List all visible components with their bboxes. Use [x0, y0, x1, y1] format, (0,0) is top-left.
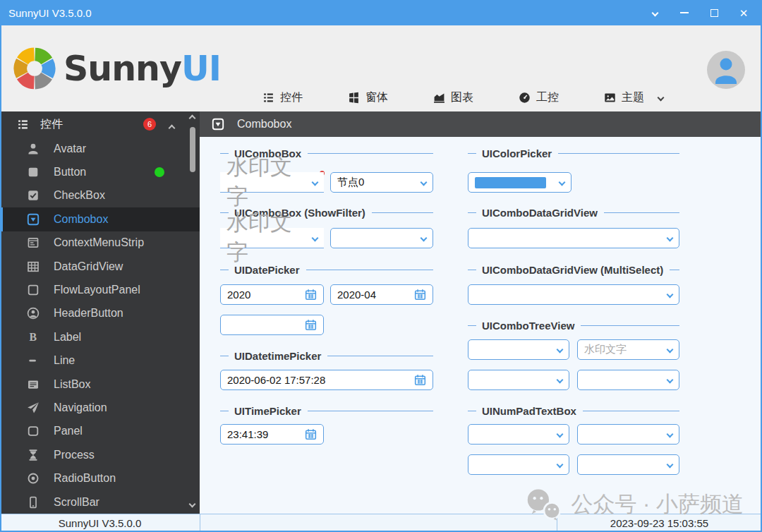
color-swatch: [475, 177, 546, 188]
combodatagridview-multiselect[interactable]: [468, 284, 679, 305]
nav-item-theme[interactable]: 主题: [604, 90, 644, 105]
sidebar-item-label: RadioButton: [54, 472, 116, 485]
gauge-icon: [519, 92, 531, 104]
scroll-up-icon[interactable]: [189, 115, 196, 122]
collapse-button[interactable]: [169, 121, 174, 133]
combotreeview-1[interactable]: [468, 339, 569, 360]
chevron-down-icon: [559, 179, 566, 186]
nav-item-charts[interactable]: 图表: [433, 90, 473, 105]
pinwheel-logo-icon: [11, 45, 58, 92]
section-title-uicombobox: UIComboBox: [220, 147, 433, 159]
checkbox-icon: [27, 189, 40, 202]
sidebar-item-label: Panel: [54, 425, 83, 437]
svg-text:B: B: [30, 331, 37, 343]
phone-icon: [27, 496, 40, 509]
sidebar-item-checkbox[interactable]: CheckBox: [0, 184, 200, 207]
sidebar-item-contextmenustrip[interactable]: ContextMenuStrip: [0, 231, 200, 255]
sidebar-item-datagridview[interactable]: DataGridView: [0, 255, 200, 278]
nav-label: 工控: [536, 90, 559, 105]
windows-icon: [348, 92, 360, 104]
titlebar-dropdown-button[interactable]: [645, 4, 665, 22]
chevron-down-icon: [557, 461, 564, 468]
logo-text: SunnyUI: [64, 49, 221, 89]
sidebar-item-line[interactable]: Line: [0, 349, 200, 373]
nav-item-controls[interactable]: 控件: [262, 90, 303, 105]
avatar[interactable]: [707, 51, 745, 89]
sidebar-item-radiobutton[interactable]: RadioButton: [0, 466, 200, 490]
calendar-icon: [414, 289, 426, 301]
image-icon: [604, 92, 616, 104]
sidebar-item-navigation[interactable]: Navigation: [0, 396, 200, 419]
statusbar-datetime: 2023-09-23 15:03:55: [557, 514, 762, 532]
sidebar-item-headerbutton[interactable]: HeaderButton: [0, 302, 200, 325]
menustrip-icon: [27, 236, 40, 249]
sidebar-item-flowlayoutpanel[interactable]: FlowLayoutPanel: [0, 278, 200, 301]
sidebar-item-label: HeaderButton: [54, 307, 123, 320]
user-circle-icon: [27, 307, 40, 320]
sidebar: 控件 6 AvatarButtonCheckBoxComboboxContext…: [0, 111, 200, 514]
sidebar-item-label[interactable]: BLabel: [0, 325, 200, 349]
date-value: 2020-04: [337, 289, 376, 301]
sidebar-item-panel[interactable]: Panel: [0, 420, 200, 443]
numpadtextbox-1[interactable]: [468, 424, 569, 445]
sidebar-item-process[interactable]: Process: [0, 443, 200, 466]
section-title-uidatepicker: UIDatePicker: [220, 263, 433, 276]
combobox-filter-empty[interactable]: [330, 228, 433, 248]
sidebar-item-avatar[interactable]: Avatar: [0, 137, 200, 160]
combotreeview-4[interactable]: [577, 370, 679, 390]
sidebar-item-combobox[interactable]: Combobox: [0, 207, 200, 231]
chevron-down-icon: [667, 346, 674, 353]
combo-value: 节点0: [337, 176, 364, 189]
titlebar[interactable]: SunnyUI V3.5.0.0 ✕: [0, 0, 762, 25]
chevron-down-icon[interactable]: [658, 95, 665, 102]
close-button[interactable]: ✕: [734, 4, 754, 22]
chevron-down-icon: [667, 461, 674, 468]
numpadtextbox-4[interactable]: [577, 454, 679, 475]
nav-item-industrial[interactable]: 工控: [519, 90, 559, 105]
minimize-button[interactable]: [675, 4, 694, 22]
sidebar-item-button[interactable]: Button: [0, 160, 200, 183]
close-icon: ✕: [739, 8, 749, 18]
combotreeview-watermark[interactable]: 水印文字: [577, 339, 679, 360]
section-title-uicombodatagridview-multiselect: UIComboDataGridView (MultiSelect): [468, 263, 679, 276]
numpadtextbox-3[interactable]: [468, 454, 569, 475]
datetimepicker[interactable]: 2020-06-02 17:57:28: [220, 370, 433, 390]
user-icon: [27, 143, 40, 155]
sidebar-item-listbox[interactable]: ListBox: [0, 373, 200, 396]
scrollbar-thumb[interactable]: [190, 127, 195, 172]
maximize-button[interactable]: [704, 4, 724, 22]
sidebar-header-label: 控件: [40, 117, 63, 132]
numpadtextbox-2[interactable]: [577, 424, 679, 445]
calendar-icon: [414, 374, 426, 386]
sidebar-scrollbar[interactable]: [186, 111, 199, 512]
window-title: SunnyUI V3.5.0.0: [8, 7, 92, 19]
sidebar-item-label: Button: [54, 166, 86, 179]
nav-item-forms[interactable]: 窗体: [348, 90, 388, 105]
sunnyui-logo: SunnyUI: [11, 45, 221, 92]
combobox-watermark[interactable]: 水印文字: [220, 172, 324, 193]
sidebar-item-label: Label: [54, 331, 81, 344]
section-title-uicombobox-showfilter: UIComboBox (ShowFilter): [220, 206, 433, 219]
page-title: Combobox: [237, 118, 291, 131]
sidebar-item-label: ListBox: [54, 378, 90, 391]
datepicker-year[interactable]: 2020: [220, 284, 324, 305]
sidebar-item-scrollbar[interactable]: ScrollBar: [0, 490, 200, 514]
combobox-node[interactable]: 节点0: [330, 172, 433, 193]
scroll-down-icon[interactable]: [189, 501, 196, 508]
combobox-filter-watermark[interactable]: 水印文字: [220, 228, 324, 248]
sidebar-item-label: Avatar: [54, 143, 86, 155]
datepicker-month[interactable]: 2020-04: [330, 284, 433, 305]
sidebar-header[interactable]: 控件 6: [0, 111, 200, 137]
timepicker[interactable]: 23:41:39: [220, 424, 324, 445]
sidebar-item-label: Process: [54, 449, 95, 461]
datepicker-empty[interactable]: [220, 315, 324, 335]
colorpicker[interactable]: [468, 172, 572, 193]
combotreeview-3[interactable]: [468, 370, 569, 390]
combodatagridview[interactable]: [468, 228, 679, 248]
section-title-uidatetimepicker: UIDatetimePicker: [220, 349, 433, 362]
list-icon: [17, 119, 29, 131]
nav-label: 主题: [622, 90, 644, 105]
calendar-icon: [305, 319, 317, 331]
sidebar-item-label: FlowLayoutPanel: [54, 284, 140, 296]
chevron-down-icon: [421, 179, 428, 186]
